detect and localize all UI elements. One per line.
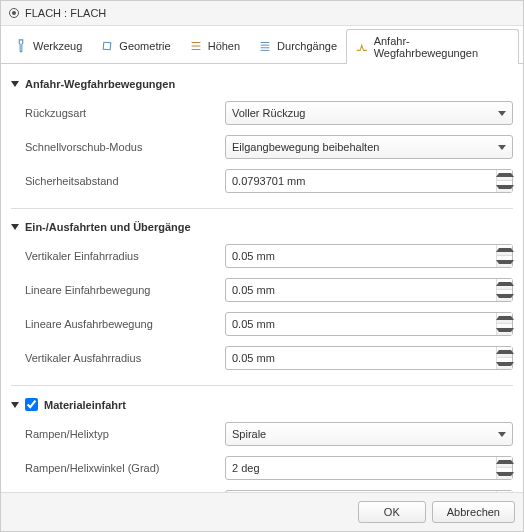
- content-area: Anfahr-Wegfahrbewegungen Rückzugsart Vol…: [1, 64, 523, 492]
- retract-label: Rückzugsart: [25, 107, 225, 119]
- ramp-angle-label: Rampen/Helixwinkel (Grad): [25, 462, 225, 474]
- spin-down[interactable]: [497, 324, 512, 335]
- section-title: Materialeinfahrt: [44, 399, 126, 411]
- section-title: Ein-/Ausfahrten und Übergänge: [25, 221, 191, 233]
- spinner-value: 0.05 mm: [226, 318, 496, 330]
- tool-icon: [14, 39, 28, 53]
- section-header[interactable]: Materialeinfahrt: [11, 392, 513, 417]
- linking-icon: [355, 40, 369, 54]
- window-title: FLACH : FLACH: [25, 7, 106, 19]
- spinner-value: 0.05 mm: [226, 352, 496, 364]
- heights-icon: [189, 39, 203, 53]
- spin-up[interactable]: [497, 347, 512, 358]
- spin-up[interactable]: [497, 245, 512, 256]
- ok-button[interactable]: OK: [358, 501, 426, 523]
- spin-down[interactable]: [497, 256, 512, 267]
- safe-distance-label: Sicherheitsabstand: [25, 175, 225, 187]
- spin-up[interactable]: [497, 457, 512, 468]
- chevron-down-icon: [498, 432, 506, 437]
- section-linking: Anfahr-Wegfahrbewegungen Rückzugsart Vol…: [11, 72, 513, 198]
- tab-bar: Werkzeug Geometrie Höhen Durchgänge Anfa…: [1, 26, 523, 64]
- titlebar: FLACH : FLACH: [1, 1, 523, 26]
- tab-label: Anfahr-Wegfahrbewegungen: [374, 35, 510, 59]
- app-icon: [9, 8, 19, 18]
- chevron-down-icon: [498, 111, 506, 116]
- divider: [11, 385, 513, 386]
- tab-label: Durchgänge: [277, 40, 337, 52]
- svg-rect-0: [104, 42, 112, 50]
- vert-leadin-input[interactable]: 0.05 mm: [225, 244, 513, 268]
- retract-dropdown[interactable]: Voller Rückzug: [225, 101, 513, 125]
- spinner-value: 0.05 mm: [226, 284, 496, 296]
- vert-leadin-label: Vertikaler Einfahrradius: [25, 250, 225, 262]
- section-title: Anfahr-Wegfahrbewegungen: [25, 78, 175, 90]
- spinner-value: 2 deg: [226, 462, 496, 474]
- spinner-value: 0.0793701 mm: [226, 175, 496, 187]
- section-header[interactable]: Ein-/Ausfahrten und Übergänge: [11, 215, 513, 239]
- lin-leadout-label: Lineare Ausfahrbewegung: [25, 318, 225, 330]
- chevron-down-icon: [11, 402, 19, 408]
- ramp-type-dropdown[interactable]: Spirale: [225, 422, 513, 446]
- dialog: FLACH : FLACH Werkzeug Geometrie Höhen D…: [0, 0, 524, 532]
- tab-tool[interactable]: Werkzeug: [5, 28, 91, 63]
- cancel-button[interactable]: Abbrechen: [432, 501, 515, 523]
- spin-up[interactable]: [497, 279, 512, 290]
- tab-label: Geometrie: [119, 40, 170, 52]
- tab-label: Höhen: [208, 40, 240, 52]
- spin-down[interactable]: [497, 358, 512, 369]
- chevron-down-icon: [11, 81, 19, 87]
- section-ramp: Materialeinfahrt Rampen/Helixtyp Spirale…: [11, 392, 513, 492]
- spin-down[interactable]: [497, 290, 512, 301]
- feedmode-dropdown[interactable]: Eilgangbewegung beibehalten: [225, 135, 513, 159]
- lin-leadout-input[interactable]: 0.05 mm: [225, 312, 513, 336]
- spinner-value: 0.05 mm: [226, 250, 496, 262]
- safe-distance-input[interactable]: 0.0793701 mm: [225, 169, 513, 193]
- divider: [11, 208, 513, 209]
- dropdown-value: Eilgangbewegung beibehalten: [232, 141, 379, 153]
- dropdown-value: Voller Rückzug: [232, 107, 305, 119]
- lin-leadin-label: Lineare Einfahrbewegung: [25, 284, 225, 296]
- chevron-down-icon: [498, 145, 506, 150]
- ramp-type-label: Rampen/Helixtyp: [25, 428, 225, 440]
- ramp-angle-input[interactable]: 2 deg: [225, 456, 513, 480]
- ramp-enable-checkbox[interactable]: [25, 398, 38, 411]
- dropdown-value: Spirale: [232, 428, 266, 440]
- feedmode-label: Schnellvorschub-Modus: [25, 141, 225, 153]
- spin-down[interactable]: [497, 468, 512, 479]
- vert-leadout-label: Vertikaler Ausfahrradius: [25, 352, 225, 364]
- tab-geometry[interactable]: Geometrie: [91, 28, 179, 63]
- tab-heights[interactable]: Höhen: [180, 28, 249, 63]
- lin-leadin-input[interactable]: 0.05 mm: [225, 278, 513, 302]
- section-transitions: Ein-/Ausfahrten und Übergänge Vertikaler…: [11, 215, 513, 375]
- chevron-down-icon: [11, 224, 19, 230]
- passes-icon: [258, 39, 272, 53]
- tab-linking[interactable]: Anfahr-Wegfahrbewegungen: [346, 29, 519, 64]
- vert-leadout-input[interactable]: 0.05 mm: [225, 346, 513, 370]
- tab-passes[interactable]: Durchgänge: [249, 28, 346, 63]
- spin-up[interactable]: [497, 170, 512, 181]
- tab-label: Werkzeug: [33, 40, 82, 52]
- section-header[interactable]: Anfahr-Wegfahrbewegungen: [11, 72, 513, 96]
- geometry-icon: [100, 39, 114, 53]
- footer: OK Abbrechen: [1, 492, 523, 531]
- spin-up[interactable]: [497, 313, 512, 324]
- spin-down[interactable]: [497, 181, 512, 192]
